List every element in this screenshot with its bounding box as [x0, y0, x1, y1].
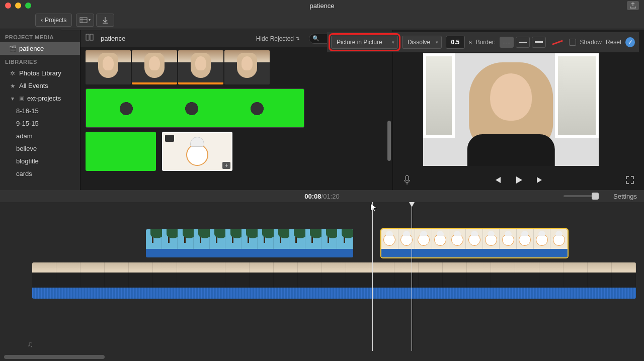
sidebar-item-label: Photos Library [19, 69, 61, 77]
minimize-window[interactable] [15, 3, 21, 9]
clip-thumb[interactable] [224, 50, 270, 84]
sidebar-event-item[interactable]: 9-15-15 [0, 117, 80, 130]
sidebar: PROJECT MEDIA 🎬 patience LIBRARIES ✲ Pho… [0, 30, 80, 190]
mic-icon[interactable] [401, 174, 413, 186]
zoom-slider[interactable] [564, 195, 599, 197]
clip-thumb[interactable] [132, 50, 177, 84]
overlay-duration-box[interactable]: 0.5 [446, 36, 464, 49]
zoom-window[interactable] [25, 3, 31, 9]
timeline[interactable]: ♫ [0, 202, 644, 361]
border-thick[interactable] [532, 37, 546, 48]
sidebar-heading-libraries: LIBRARIES [0, 55, 80, 67]
clips-area: + [80, 47, 392, 190]
clip-thumb[interactable] [86, 50, 131, 84]
shadow-label: Shadow [580, 39, 602, 46]
sidebar-item-label: All Events [19, 82, 48, 89]
timeline-overlay-clip-1[interactable] [146, 229, 353, 257]
skimmer-line [372, 202, 373, 351]
sidebar-heading-project-media: PROJECT MEDIA [0, 30, 80, 42]
sidebar-event-item[interactable]: blogtitle [0, 155, 80, 167]
music-track-icon: ♫ [27, 340, 33, 349]
cursor-arrow-icon [370, 203, 377, 212]
time-display-bar: 00:08 / 01:20 Settings [0, 190, 644, 202]
clip-bb8[interactable]: + [162, 132, 232, 171]
border-width-options: --- [500, 37, 546, 48]
overlay-transition-dropdown[interactable]: Dissolve [402, 36, 442, 49]
playhead[interactable] [412, 202, 412, 351]
overlay-transition-value: Dissolve [408, 39, 430, 46]
hide-rejected-dropdown[interactable]: Hide Rejected ⇅ [256, 35, 300, 42]
border-color-swatch[interactable] [552, 40, 563, 45]
viewer-panel [392, 30, 644, 190]
sidebar-event-item[interactable]: cards [0, 167, 80, 180]
sidebar-item-all-events[interactable]: ★ All Events [0, 79, 80, 92]
svg-rect-0 [80, 18, 87, 23]
add-icon: + [222, 162, 230, 169]
prev-frame-button[interactable] [492, 174, 504, 186]
camera-icon [165, 135, 174, 142]
share-button[interactable] [627, 1, 639, 10]
star-icon: ★ [9, 82, 16, 89]
list-view-icon[interactable] [86, 34, 96, 44]
playhead-head-icon[interactable] [409, 202, 415, 207]
zoom-knob[interactable] [592, 193, 599, 200]
fullscreen-icon[interactable] [624, 174, 636, 186]
border-label: Border: [476, 39, 496, 46]
media-browser: patience Hide Rejected ⇅ 🔍 [80, 30, 392, 190]
project-name-label: patience [19, 45, 44, 52]
timeline-scrollbar[interactable] [4, 355, 105, 359]
time-duration: 01:20 [323, 193, 340, 200]
duration-unit-label: s [469, 39, 472, 46]
clip-thumb[interactable] [178, 50, 223, 84]
drive-icon: ▣ [19, 95, 24, 102]
sidebar-item-ext-projects[interactable]: ▾ ▣ ext-projects [0, 92, 80, 105]
project-toolbar: ‹ Projects ▾ [0, 11, 644, 29]
sidebar-event-item[interactable]: 8-16-15 [0, 105, 80, 117]
preview-canvas[interactable] [423, 53, 599, 166]
sidebar-item-photos[interactable]: ✲ Photos Library [0, 67, 80, 79]
import-download-button[interactable] [96, 14, 114, 27]
projects-label: Projects [45, 17, 66, 24]
next-frame-button[interactable] [534, 174, 546, 186]
scroll-thumb[interactable] [387, 121, 391, 161]
overlay-mode-dropdown[interactable]: Picture in Picture [331, 36, 398, 49]
filmstrip-icon: 🎬 [9, 45, 16, 52]
sidebar-item-label: ext-projects [27, 95, 61, 102]
border-thin[interactable] [516, 37, 530, 48]
clip-greenscreen-small[interactable] [86, 132, 156, 171]
disclosure-icon: ▾ [9, 95, 16, 102]
overlay-options-bar: Picture in Picture Dissolve 0.5 s Border… [327, 32, 639, 52]
updown-icon: ⇅ [296, 36, 300, 41]
media-import-button[interactable]: ▾ [76, 14, 94, 27]
svg-rect-13 [90, 34, 93, 40]
window-controls [0, 3, 31, 9]
search-icon: 🔍 [312, 35, 319, 42]
overlay-duration-value: 0.5 [451, 39, 460, 46]
clip-row [86, 50, 387, 84]
projects-back-button[interactable]: ‹ Projects [35, 14, 72, 27]
apply-check-icon[interactable]: ✓ [625, 37, 635, 47]
settings-button[interactable]: Settings [613, 193, 637, 200]
shadow-checkbox[interactable] [569, 39, 576, 46]
overlay-mode-value: Picture in Picture [337, 39, 382, 46]
sidebar-project-item[interactable]: 🎬 patience [0, 42, 80, 55]
chevron-left-icon: ‹ [41, 17, 43, 24]
window-title: patience [309, 2, 334, 10]
titlebar: patience [0, 0, 644, 11]
close-window[interactable] [5, 3, 11, 9]
svg-rect-12 [86, 34, 89, 40]
play-button[interactable] [513, 174, 525, 186]
clip-greenscreen[interactable] [86, 88, 304, 128]
gear-icon: ✲ [9, 70, 16, 77]
overlay-reset-button[interactable]: Reset [606, 39, 621, 46]
time-current: 00:08 [304, 193, 321, 200]
border-none[interactable]: --- [500, 37, 514, 48]
viewer-controls [393, 174, 644, 186]
sidebar-event-item[interactable]: believe [0, 142, 80, 155]
browser-project-name: patience [101, 35, 125, 42]
hide-rejected-label: Hide Rejected [256, 35, 294, 42]
sidebar-event-item[interactable]: adam [0, 130, 80, 142]
timeline-overlay-clip-2[interactable] [381, 229, 568, 257]
timeline-main-clip[interactable] [32, 262, 636, 299]
svg-rect-15 [406, 175, 409, 181]
